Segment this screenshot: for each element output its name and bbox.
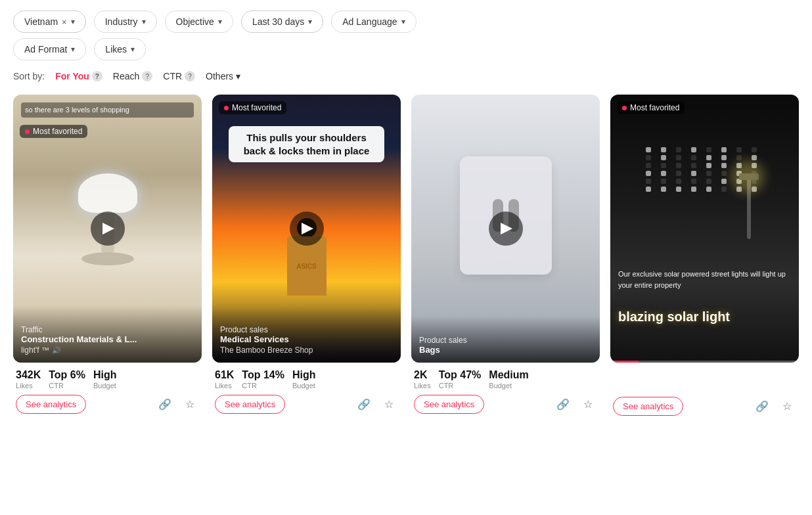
industry-filter[interactable]: Industry ▾ [94, 11, 157, 33]
card-3-likes-value: 2K [414, 369, 427, 381]
card-1-objective: Traffic [21, 325, 194, 334]
card-4-video[interactable]: Most favorited for(let i=0;i<48;i++){ do… [610, 95, 799, 363]
card-2-likes-label: Likes [215, 382, 232, 390]
ad-card-2: Most favorited This pulls your shoulders… [207, 89, 406, 424]
adlanguage-filter[interactable]: Ad Language ▾ [331, 11, 416, 33]
card-4-solar-text: Our exclusive solar powered street light… [618, 269, 791, 290]
card-4-progress-fill [610, 361, 639, 363]
card-1-badge: Most favorited [20, 125, 87, 138]
filter-row-2: Ad Format ▾ Likes ▾ [0, 38, 812, 68]
card-2-shop-name: The Bamboo Breeze Shop [220, 346, 313, 355]
card-4-stats [610, 363, 799, 394]
card-3-stat-budget: Medium Budget [489, 369, 528, 390]
card-2-stat-likes: 61K Likes [215, 369, 234, 390]
card-3-icon-actions: 🔗 ☆ [554, 395, 597, 414]
card-2-video[interactable]: Most favorited This pulls your shoulders… [212, 95, 401, 363]
adformat-filter[interactable]: Ad Format ▾ [13, 38, 86, 60]
remove-country-icon[interactable]: × [62, 17, 67, 27]
industry-chevron-icon: ▾ [142, 17, 146, 26]
sort-foryou[interactable]: For You ? [55, 71, 102, 81]
card-2-objective: Product sales [220, 325, 393, 334]
card-1-icon-actions: 🔗 ☆ [156, 395, 199, 414]
card-4-progress-bar [610, 361, 799, 363]
card-3-play-button[interactable] [489, 212, 523, 246]
card-1-likes-value: 342K [16, 369, 41, 381]
country-filter-value: Vietnam [24, 16, 58, 27]
badge-dot [622, 106, 627, 110]
card-4-blazing-text: blazing solar light [618, 310, 791, 323]
sort-ctr[interactable]: CTR ? [163, 71, 195, 81]
card-2-overlay-top: Most favorited [212, 95, 401, 118]
badge-label: Most favorited [33, 127, 82, 136]
card-1-star-icon[interactable]: ☆ [181, 395, 199, 414]
card-3-budget-label: Budget [489, 382, 512, 390]
card-2-see-analytics-button[interactable]: See analytics [215, 395, 285, 414]
sort-reach-label: Reach [113, 71, 139, 81]
card-3-bottom-info: Product sales Bags [411, 316, 600, 363]
card-2-shop: The Bamboo Breeze Shop [220, 346, 393, 355]
sort-label: Sort by: [13, 71, 45, 81]
card-1-see-analytics-button[interactable]: See analytics [16, 395, 86, 414]
card-2-likes-value: 61K [215, 369, 234, 381]
card-1-video[interactable]: so there are 3 levels of shopping Most f… [13, 95, 202, 363]
ad-card-3: Product sales Bags 2K Likes Top 47% CTR … [406, 89, 605, 424]
card-2-budget-value: High [292, 369, 316, 381]
badge-dot [25, 129, 30, 134]
card-4-actions: See analytics 🔗 ☆ [610, 394, 799, 418]
card-2-stat-ctr: Top 14% CTR [242, 369, 284, 390]
objective-filter-label: Objective [176, 16, 214, 27]
card-3-video[interactable]: Product sales Bags [411, 95, 600, 363]
adlanguage-chevron-icon: ▾ [401, 17, 405, 26]
card-2-bottom-info: Product sales Medical Services The Bambo… [212, 305, 401, 363]
card-1-budget-label: Budget [93, 382, 116, 390]
card-3-ctr-value: Top 47% [439, 369, 482, 381]
cards-grid: so there are 3 levels of shopping Most f… [0, 89, 812, 424]
sort-reach[interactable]: Reach ? [113, 71, 152, 81]
card-2-star-icon[interactable]: ☆ [380, 395, 398, 414]
card-3-see-analytics-button[interactable]: See analytics [414, 395, 484, 414]
sort-foryou-help-icon[interactable]: ? [92, 71, 102, 81]
filter-row-1: Vietnam × ▾ Industry ▾ Objective ▾ Last … [0, 0, 812, 38]
card-2-play-button[interactable] [290, 212, 324, 246]
card-4-icon-actions: 🔗 ☆ [753, 397, 796, 416]
card-2-ctr-value: Top 14% [242, 369, 284, 381]
card-3-star-icon[interactable]: ☆ [579, 395, 597, 414]
sort-others[interactable]: Others ▾ [206, 71, 240, 81]
card-1-bottom-info: Traffic Construction Materials & L... li… [13, 305, 202, 363]
adlanguage-filter-label: Ad Language [342, 16, 397, 27]
card-1-stat-ctr: Top 6% CTR [49, 369, 85, 390]
card-4-see-analytics-button[interactable]: See analytics [613, 397, 683, 416]
card-3-link-icon[interactable]: 🔗 [554, 395, 572, 414]
card-1-link-icon[interactable]: 🔗 [156, 395, 174, 414]
sort-reach-help-icon[interactable]: ? [142, 71, 152, 81]
likes-filter[interactable]: Likes ▾ [94, 38, 146, 60]
card-4-link-icon[interactable]: 🔗 [753, 397, 771, 416]
card-1-top-text: so there are 3 levels of shopping [21, 102, 194, 118]
card-2-budget-label: Budget [292, 382, 315, 390]
card-4-blazing-wrapper: blazing solar light [618, 310, 791, 323]
card-2-link-icon[interactable]: 🔗 [355, 395, 373, 414]
card-1-play-button[interactable] [91, 212, 125, 246]
sort-ctr-help-icon[interactable]: ? [185, 71, 195, 81]
card-2-stat-budget: High Budget [292, 369, 316, 390]
sort-foryou-label: For You [55, 71, 89, 81]
likes-chevron-icon: ▾ [131, 45, 135, 54]
card-1-ctr-label: CTR [49, 382, 64, 390]
card-1-overlay-top: Most favorited [13, 118, 202, 142]
card-1-shop-name: light'f ™ [21, 346, 49, 355]
ad-card-4: Most favorited for(let i=0;i<48;i++){ do… [605, 89, 804, 424]
daterange-filter[interactable]: Last 30 days ▾ [241, 11, 323, 33]
objective-filter[interactable]: Objective ▾ [165, 11, 233, 33]
card-4-star-icon[interactable]: ☆ [778, 397, 796, 416]
badge-dot [224, 106, 229, 110]
card-3-actions: See analytics 🔗 ☆ [411, 392, 600, 416]
card-3-industry: Bags [419, 345, 592, 355]
country-filter[interactable]: Vietnam × ▾ [13, 11, 86, 33]
card-2-actions: See analytics 🔗 ☆ [212, 392, 401, 416]
card-1-shop: light'f ™ 🔊 [21, 346, 194, 355]
country-chevron-icon: ▾ [71, 17, 75, 26]
card-3-ctr-label: CTR [439, 382, 454, 390]
card-2-badge: Most favorited [219, 101, 286, 114]
likes-filter-label: Likes [105, 44, 127, 55]
card-3-objective: Product sales [419, 336, 592, 345]
